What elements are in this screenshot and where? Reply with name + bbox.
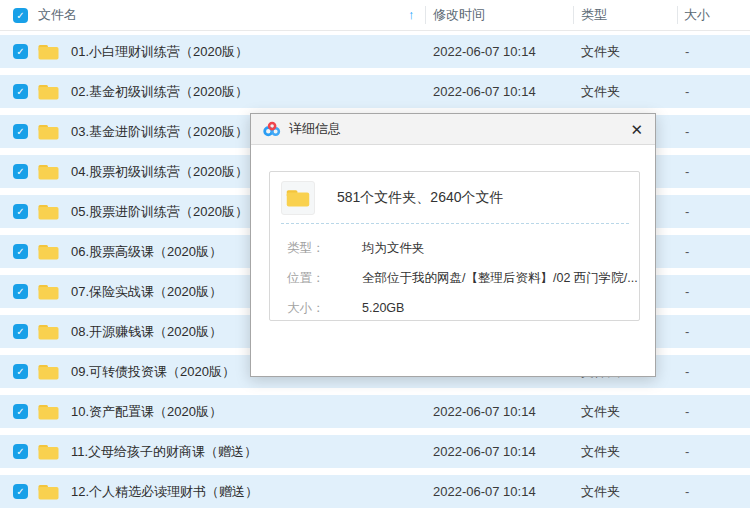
sort-asc-icon[interactable]: ↑ bbox=[408, 0, 415, 30]
file-size: - bbox=[685, 435, 689, 468]
field-label: 位置： bbox=[287, 270, 362, 287]
table-row[interactable]: ✓ 12.个人精选必读理财书（赠送） 2022-06-07 10:14 文件夹 … bbox=[0, 475, 750, 508]
file-modified: 2022-06-07 10:14 bbox=[433, 475, 536, 508]
file-modified: 2022-06-07 10:14 bbox=[433, 75, 536, 108]
file-name[interactable]: 08.开源赚钱课（2020版） bbox=[71, 323, 222, 341]
folder-icon bbox=[38, 324, 59, 340]
file-name[interactable]: 05.股票进阶训练营（2020版） bbox=[71, 203, 248, 221]
folder-icon bbox=[38, 364, 59, 380]
row-checkbox[interactable]: ✓ bbox=[13, 124, 28, 139]
file-name[interactable]: 10.资产配置课（2020版） bbox=[71, 403, 222, 421]
file-manager-page: ✓ 文件名 ↑ 修改时间 类型 大小 ✓ 01.小白理财训练营（2020版） 2… bbox=[0, 0, 750, 519]
row-checkbox[interactable]: ✓ bbox=[13, 244, 28, 259]
file-size: - bbox=[685, 115, 689, 148]
file-name[interactable]: 03.基金进阶训练营（2020版） bbox=[71, 123, 248, 141]
file-type: 文件夹 bbox=[581, 395, 620, 428]
folder-icon bbox=[38, 284, 59, 300]
table-row[interactable]: ✓ 10.资产配置课（2020版） 2022-06-07 10:14 文件夹 - bbox=[0, 395, 750, 428]
details-card: 581个文件夹、2640个文件 类型： 均为文件夹 位置： 全部位于我的网盘/【… bbox=[269, 171, 640, 321]
file-name[interactable]: 12.个人精选必读理财书（赠送） bbox=[71, 483, 258, 501]
file-size: - bbox=[685, 315, 689, 348]
folder-icon bbox=[38, 124, 59, 140]
file-size: - bbox=[685, 195, 689, 228]
row-checkbox[interactable]: ✓ bbox=[13, 444, 28, 459]
file-size: - bbox=[685, 355, 689, 388]
row-checkbox[interactable]: ✓ bbox=[13, 164, 28, 179]
dialog-title: 详细信息 bbox=[289, 120, 341, 138]
file-size: - bbox=[685, 475, 689, 508]
folder-icon bbox=[38, 164, 59, 180]
detail-field-row: 位置： 全部位于我的网盘/【整理后资料】/02 西门学院/... bbox=[270, 270, 639, 287]
file-modified: 2022-06-07 10:14 bbox=[433, 395, 536, 428]
close-icon[interactable]: ✕ bbox=[630, 114, 643, 145]
field-value: 均为文件夹 bbox=[362, 240, 425, 257]
folder-thumbnail bbox=[281, 181, 315, 215]
folder-icon bbox=[38, 204, 59, 220]
file-name[interactable]: 04.股票初级训练营（2020版） bbox=[71, 163, 248, 181]
folder-icon bbox=[38, 244, 59, 260]
selection-summary: 581个文件夹、2640个文件 bbox=[337, 189, 504, 207]
netdisk-logo-icon bbox=[263, 121, 281, 137]
details-dialog: 详细信息 ✕ 581个文件夹、2640个文件 bbox=[250, 113, 656, 377]
detail-field-row: 类型： 均为文件夹 bbox=[270, 240, 639, 257]
folder-icon bbox=[38, 84, 59, 100]
folder-icon bbox=[286, 189, 310, 207]
field-label: 大小： bbox=[287, 300, 362, 317]
folder-icon bbox=[38, 444, 59, 460]
file-type: 文件夹 bbox=[581, 35, 620, 68]
file-size: - bbox=[685, 275, 689, 308]
column-divider bbox=[677, 6, 678, 24]
column-divider bbox=[425, 6, 426, 24]
row-checkbox[interactable]: ✓ bbox=[13, 364, 28, 379]
file-modified: 2022-06-07 10:14 bbox=[433, 35, 536, 68]
field-value: 5.20GB bbox=[362, 300, 404, 317]
column-header-modified[interactable]: 修改时间 bbox=[433, 0, 485, 30]
row-checkbox[interactable]: ✓ bbox=[13, 84, 28, 99]
folder-icon bbox=[38, 484, 59, 500]
row-checkbox[interactable]: ✓ bbox=[13, 404, 28, 419]
folder-icon bbox=[38, 44, 59, 60]
column-header-filename[interactable]: 文件名 bbox=[38, 0, 77, 30]
file-type: 文件夹 bbox=[581, 475, 620, 508]
column-header-type[interactable]: 类型 bbox=[581, 0, 607, 30]
dialog-body: 581个文件夹、2640个文件 类型： 均为文件夹 位置： 全部位于我的网盘/【… bbox=[251, 145, 655, 321]
row-checkbox[interactable]: ✓ bbox=[13, 44, 28, 59]
file-type: 文件夹 bbox=[581, 435, 620, 468]
file-size: - bbox=[685, 155, 689, 188]
column-header-size[interactable]: 大小 bbox=[684, 0, 710, 30]
row-checkbox[interactable]: ✓ bbox=[13, 484, 28, 499]
column-divider bbox=[573, 6, 574, 24]
file-name[interactable]: 09.可转债投资课（2020版） bbox=[71, 363, 235, 381]
row-checkbox[interactable]: ✓ bbox=[13, 284, 28, 299]
folder-icon bbox=[38, 404, 59, 420]
file-name[interactable]: 06.股票高级课（2020版） bbox=[71, 243, 222, 261]
file-modified: 2022-06-07 10:14 bbox=[433, 435, 536, 468]
file-name[interactable]: 11.父母给孩子的财商课（赠送） bbox=[71, 443, 257, 461]
row-checkbox[interactable]: ✓ bbox=[13, 324, 28, 339]
file-size: - bbox=[685, 235, 689, 268]
file-size: - bbox=[685, 75, 689, 108]
file-name[interactable]: 01.小白理财训练营（2020版） bbox=[71, 43, 248, 61]
field-value: 全部位于我的网盘/【整理后资料】/02 西门学院/... bbox=[362, 270, 638, 287]
row-checkbox[interactable]: ✓ bbox=[13, 204, 28, 219]
dashed-divider bbox=[281, 223, 629, 224]
table-row[interactable]: ✓ 11.父母给孩子的财商课（赠送） 2022-06-07 10:14 文件夹 … bbox=[0, 435, 750, 468]
select-all-checkbox[interactable]: ✓ bbox=[13, 8, 28, 23]
table-row[interactable]: ✓ 02.基金初级训练营（2020版） 2022-06-07 10:14 文件夹… bbox=[0, 75, 750, 108]
field-label: 类型： bbox=[287, 240, 362, 257]
file-type: 文件夹 bbox=[581, 75, 620, 108]
file-name[interactable]: 07.保险实战课（2020版） bbox=[71, 283, 222, 301]
summary-row: 581个文件夹、2640个文件 bbox=[270, 172, 639, 215]
file-size: - bbox=[685, 395, 689, 428]
list-header: ✓ 文件名 ↑ 修改时间 类型 大小 bbox=[0, 0, 750, 31]
dialog-titlebar: 详细信息 ✕ bbox=[251, 114, 655, 145]
detail-field-row: 大小： 5.20GB bbox=[270, 300, 639, 317]
file-name[interactable]: 02.基金初级训练营（2020版） bbox=[71, 83, 248, 101]
file-size: - bbox=[685, 35, 689, 68]
detail-fields: 类型： 均为文件夹 位置： 全部位于我的网盘/【整理后资料】/02 西门学院/.… bbox=[270, 240, 639, 317]
table-row[interactable]: ✓ 01.小白理财训练营（2020版） 2022-06-07 10:14 文件夹… bbox=[0, 35, 750, 68]
